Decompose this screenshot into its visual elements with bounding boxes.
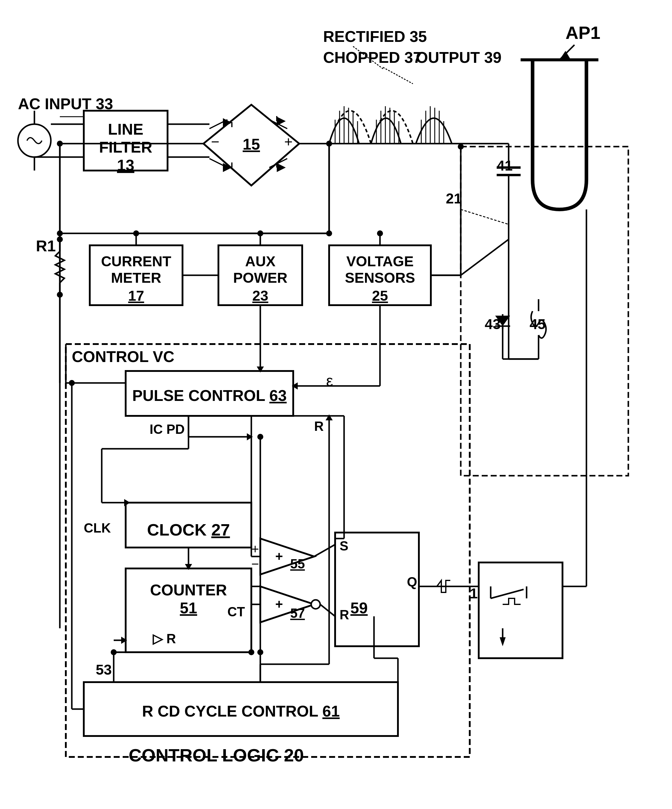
svg-point-153 xyxy=(248,649,254,655)
bridge-label: 15 xyxy=(243,136,260,153)
svg-point-175 xyxy=(257,434,263,440)
label-57: 57 xyxy=(290,606,305,621)
svg-text:POWER: POWER xyxy=(233,270,287,286)
comp55-label: + xyxy=(275,549,283,564)
svg-text:51: 51 xyxy=(180,599,197,617)
comp57-label: + xyxy=(275,597,283,611)
svg-text:−: − xyxy=(251,557,259,571)
control-logic-label: CONTROL LOGIC 20 xyxy=(129,745,304,765)
svg-point-127 xyxy=(57,292,63,298)
clock-label: CLOCK 27 xyxy=(147,520,230,539)
r-pulse-label: R xyxy=(314,419,324,433)
svg-point-176 xyxy=(257,649,263,655)
svg-text:LINE: LINE xyxy=(108,121,143,138)
svg-point-185 xyxy=(57,230,63,237)
svg-text:FILTER: FILTER xyxy=(99,139,152,156)
ap1-label: AP1 xyxy=(566,23,600,43)
svg-text:+: + xyxy=(284,134,292,149)
svg-text:COUNTER: COUNTER xyxy=(150,581,227,599)
svg-point-189 xyxy=(458,144,464,149)
svg-text:METER: METER xyxy=(111,270,161,286)
q-label: Q xyxy=(407,574,417,589)
r-ff-label: R xyxy=(339,608,349,622)
svg-point-124 xyxy=(57,141,63,147)
svg-text:VOLTAGE: VOLTAGE xyxy=(346,253,414,269)
svg-text:25: 25 xyxy=(372,288,388,304)
chopped-label: CHOPPED 37 xyxy=(323,49,422,66)
svg-rect-115 xyxy=(479,562,563,658)
counter-r-label: ▷ R xyxy=(153,631,176,646)
svg-text:SENSORS: SENSORS xyxy=(345,270,415,286)
svg-text:23: 23 xyxy=(252,288,268,304)
cycle-control-label: R CD CYCLE CONTROL 61 xyxy=(142,703,340,720)
label-53: 53 xyxy=(96,662,112,678)
svg-text:−: − xyxy=(211,134,219,149)
clk-label: CLK xyxy=(84,520,111,535)
rectified-label: RECTIFIED 35 xyxy=(323,28,427,45)
svg-text:AUX: AUX xyxy=(245,253,275,269)
svg-point-111 xyxy=(311,600,320,609)
svg-point-95 xyxy=(377,230,383,237)
ic-pd-label: IC PD xyxy=(150,422,185,436)
r1-label: R1 xyxy=(36,237,55,255)
diagram-container: LINE FILTER 13 AC INPUT 33 15 − + RECTIF… xyxy=(0,0,672,809)
svg-text:CURRENT: CURRENT xyxy=(101,253,171,269)
svg-text:13: 13 xyxy=(117,156,134,174)
pulse-control-label: PULSE CONTROL 63 xyxy=(132,387,287,404)
output-label: OUTPUT 39 xyxy=(416,49,501,66)
label-55: 55 xyxy=(290,557,305,571)
svg-text:17: 17 xyxy=(128,288,144,304)
ct-label: CT xyxy=(227,604,245,619)
svg-text:59: 59 xyxy=(350,599,368,617)
s-label: S xyxy=(339,539,348,553)
control-vc-label: CONTROL VC xyxy=(72,348,175,365)
svg-point-146 xyxy=(69,380,75,386)
label-41: 41 xyxy=(497,158,512,173)
svg-text:+: + xyxy=(251,542,259,556)
label-21: 21 xyxy=(446,191,462,206)
ac-input-label: AC INPUT 33 xyxy=(18,95,113,112)
